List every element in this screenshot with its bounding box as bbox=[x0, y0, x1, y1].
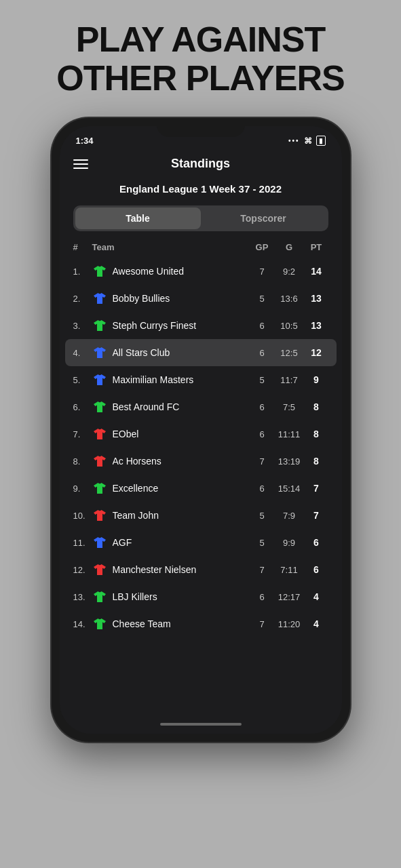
team-name: Best Around FC bbox=[113, 401, 250, 412]
row-gp: 5 bbox=[250, 511, 274, 521]
row-gp: 6 bbox=[250, 402, 274, 412]
col-g-header: G bbox=[274, 242, 305, 252]
shirt-icon bbox=[92, 427, 107, 441]
shirt-icon bbox=[92, 562, 107, 577]
row-rank: 10. bbox=[73, 511, 92, 521]
shirt-icon bbox=[92, 508, 107, 523]
row-pt: 12 bbox=[305, 347, 328, 358]
row-g: 13:19 bbox=[274, 456, 305, 467]
col-pt-header: PT bbox=[305, 242, 328, 252]
row-gp: 6 bbox=[250, 592, 274, 602]
battery-icon: ▮ bbox=[316, 136, 326, 146]
row-rank: 1. bbox=[73, 267, 92, 277]
shirt-icon bbox=[92, 318, 107, 333]
table-row: 8. Ac Horsens 7 13:19 8 bbox=[60, 448, 342, 475]
row-g: 12:5 bbox=[274, 348, 305, 358]
tab-table[interactable]: Table bbox=[75, 208, 201, 229]
team-name: Steph Currys Finest bbox=[113, 320, 250, 331]
row-pt: 8 bbox=[305, 401, 328, 412]
row-g: 12:17 bbox=[274, 592, 305, 602]
row-gp: 6 bbox=[250, 348, 274, 358]
table-row: 5. Maximilian Masters 5 11:7 9 bbox=[60, 366, 342, 393]
row-pt: 8 bbox=[305, 456, 328, 467]
shirt-icon bbox=[92, 372, 107, 387]
row-rank: 13. bbox=[73, 592, 92, 602]
app-content: Standings England League 1 Week 37 - 202… bbox=[60, 150, 342, 715]
table-header: # Team GP G PT bbox=[60, 239, 342, 258]
row-rank: 11. bbox=[73, 538, 92, 548]
table-body: 1. Awesome United 7 9:2 14 2. Bobby Bull… bbox=[60, 258, 342, 715]
row-g: 7:11 bbox=[274, 565, 305, 575]
table-row: 6. Best Around FC 6 7:5 8 bbox=[60, 393, 342, 420]
team-name: AGF bbox=[113, 537, 250, 548]
row-gp: 6 bbox=[250, 484, 274, 494]
headline: PLAY AGAINST OTHER PLAYERS bbox=[56, 20, 344, 98]
row-pt: 7 bbox=[305, 510, 328, 521]
team-name: Excellence bbox=[113, 483, 250, 494]
team-name: Maximilian Masters bbox=[113, 374, 250, 385]
row-pt: 6 bbox=[305, 537, 328, 548]
row-g: 7:9 bbox=[274, 511, 305, 521]
row-g: 11:7 bbox=[274, 375, 305, 385]
row-rank: 14. bbox=[73, 619, 92, 629]
headline-line1: PLAY AGAINST bbox=[76, 20, 326, 59]
tab-bar: Table Topscorer bbox=[73, 205, 328, 231]
team-name: Team John bbox=[113, 510, 250, 521]
row-g: 9:2 bbox=[274, 267, 305, 277]
row-rank: 9. bbox=[73, 484, 92, 494]
row-g: 11:20 bbox=[274, 619, 305, 629]
row-g: 11:11 bbox=[274, 429, 305, 439]
row-pt: 7 bbox=[305, 483, 328, 494]
menu-button[interactable] bbox=[73, 159, 88, 169]
phone-inner: 1:34 ••• ⌘ ▮ Standings England League 1 … bbox=[60, 126, 342, 734]
phone-notch bbox=[157, 118, 245, 137]
table-row: 12. Manchester Nielsen 7 7:11 6 bbox=[60, 556, 342, 583]
col-team-header: Team bbox=[92, 242, 250, 252]
row-g: 15:14 bbox=[274, 484, 305, 494]
headline-line2: OTHER PLAYERS bbox=[56, 58, 344, 98]
team-name: Bobby Bullies bbox=[113, 293, 250, 304]
shirt-icon bbox=[92, 264, 107, 279]
row-gp: 7 bbox=[250, 456, 274, 467]
row-rank: 4. bbox=[73, 348, 92, 358]
wifi-icon: ⌘ bbox=[304, 136, 312, 146]
signal-dots-icon: ••• bbox=[288, 137, 300, 144]
row-pt: 4 bbox=[305, 618, 328, 629]
col-num-header: # bbox=[73, 242, 92, 252]
shirt-icon bbox=[92, 589, 107, 604]
team-name: Manchester Nielsen bbox=[113, 564, 250, 575]
table-row: 4. All Stars Club 6 12:5 12 bbox=[65, 339, 337, 366]
home-bar bbox=[160, 723, 242, 726]
row-pt: 14 bbox=[305, 266, 328, 277]
row-rank: 6. bbox=[73, 402, 92, 412]
table-row: 13. LBJ Killers 6 12:17 4 bbox=[60, 583, 342, 610]
tab-topscorer[interactable]: Topscorer bbox=[201, 208, 326, 229]
row-pt: 4 bbox=[305, 591, 328, 602]
row-rank: 5. bbox=[73, 375, 92, 385]
table-row: 9. Excellence 6 15:14 7 bbox=[60, 475, 342, 502]
top-bar: Standings bbox=[60, 150, 342, 178]
row-gp: 5 bbox=[250, 294, 274, 304]
shirt-icon bbox=[92, 481, 107, 496]
row-rank: 2. bbox=[73, 294, 92, 304]
row-g: 13:6 bbox=[274, 294, 305, 304]
row-pt: 13 bbox=[305, 320, 328, 331]
row-rank: 7. bbox=[73, 429, 92, 439]
row-rank: 3. bbox=[73, 321, 92, 331]
shirt-icon bbox=[92, 616, 107, 631]
table-row: 14. Cheese Team 7 11:20 4 bbox=[60, 610, 342, 637]
team-name: All Stars Club bbox=[113, 347, 250, 358]
team-name: LBJ Killers bbox=[113, 591, 250, 602]
team-name: Awesome United bbox=[113, 266, 250, 277]
table-row: 3. Steph Currys Finest 6 10:5 13 bbox=[60, 312, 342, 339]
row-gp: 7 bbox=[250, 267, 274, 277]
table-row: 2. Bobby Bullies 5 13:6 13 bbox=[60, 285, 342, 312]
home-indicator bbox=[60, 715, 342, 734]
row-g: 9:9 bbox=[274, 538, 305, 548]
row-gp: 7 bbox=[250, 565, 274, 575]
row-gp: 7 bbox=[250, 619, 274, 629]
row-rank: 8. bbox=[73, 456, 92, 467]
row-g: 7:5 bbox=[274, 402, 305, 412]
table-row: 10. Team John 5 7:9 7 bbox=[60, 502, 342, 529]
status-time: 1:34 bbox=[76, 136, 94, 146]
